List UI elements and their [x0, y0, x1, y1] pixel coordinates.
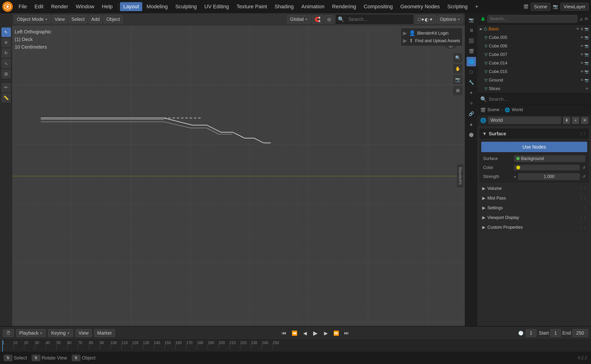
menu-help[interactable]: Help	[98, 2, 116, 11]
workspace-scripting[interactable]: Scripting	[444, 2, 471, 11]
render-icon[interactable]: 📷	[584, 78, 589, 82]
workspace-modeling[interactable]: Modeling	[143, 2, 171, 11]
view-layer-props-btn[interactable]: ⬛	[466, 36, 476, 46]
outliner-item-cube015[interactable]: ▽ Cube.015 👁 📷	[477, 67, 591, 76]
workspace-sculpting[interactable]: Sculpting	[172, 2, 200, 11]
add-menu[interactable]: Add	[89, 15, 102, 23]
render-icon[interactable]: 📷	[584, 61, 589, 65]
volume-menu[interactable]: ⋮⋮	[580, 187, 586, 190]
outliner-item-cube005[interactable]: ▽ Cube.005 👁 📷	[477, 33, 591, 42]
breadcrumb-scene[interactable]: Scene	[487, 107, 499, 112]
modifier-props-btn[interactable]: 🔧	[466, 78, 476, 87]
jump-forward-btn[interactable]: ⏩	[331, 328, 341, 338]
particles-props-btn[interactable]: ✦	[466, 88, 476, 98]
viewport-display-section[interactable]: ▶ Viewport Display ⋮⋮	[479, 213, 589, 222]
customprops-menu[interactable]: ⋮⋮	[580, 225, 586, 229]
current-frame-field[interactable]: 1	[526, 329, 537, 337]
eye-icon[interactable]: 👁	[580, 36, 584, 39]
settings-menu[interactable]: ⋮⋮	[580, 206, 586, 210]
pan-btn[interactable]: ✋	[453, 64, 462, 73]
end-frame-field[interactable]: 250	[572, 329, 588, 337]
mode-selector[interactable]: Object Mode ▼	[14, 15, 51, 23]
outliner-item-ground[interactable]: ▽ Ground 👁 📷	[477, 76, 591, 84]
snap-btn[interactable]: 🧲	[312, 15, 323, 23]
keying-menu[interactable]: Keying ▼	[48, 329, 73, 337]
workspace-geometry[interactable]: Geometry Nodes	[397, 2, 443, 11]
settings-section[interactable]: ▶ Settings ⋮⋮	[479, 203, 589, 212]
surface-prop-value[interactable]: Background	[514, 155, 585, 162]
output-props-btn[interactable]: 🖥	[466, 26, 476, 35]
custom-props-section[interactable]: ▶ Custom Properties ⋮⋮	[479, 223, 589, 232]
proportional-btn[interactable]: ⊙	[325, 15, 334, 23]
world-new-btn[interactable]: +	[572, 117, 579, 124]
world-unlink-btn[interactable]: ✕	[581, 117, 588, 124]
render-icon[interactable]: 📷	[584, 53, 589, 56]
workspace-rendering[interactable]: Rendering	[329, 2, 360, 11]
outliner-search-input[interactable]	[487, 15, 577, 23]
strength-value-field[interactable]: 1.000	[518, 173, 580, 180]
playback-menu[interactable]: Playback ▼	[16, 329, 46, 337]
select-menu[interactable]: Select	[69, 15, 87, 23]
eye-icon[interactable]: 👁	[580, 44, 584, 48]
overlay-icons[interactable]: □ ● ◐ ✦	[415, 15, 436, 23]
eye-icon[interactable]: 👁	[576, 27, 579, 31]
eye-icon[interactable]: 👁	[580, 61, 584, 65]
outliner-item-basic[interactable]: ▶ ⬡ Basic 👁 🖥 📷	[477, 25, 591, 33]
jump-start-btn[interactable]: ⏮	[279, 328, 289, 338]
render-props-btn[interactable]: 📷	[466, 15, 476, 25]
eye-icon[interactable]: 👁	[580, 78, 584, 82]
viewport-search[interactable]: 🔍	[335, 14, 414, 25]
timeline-scrubber[interactable]: 1102030405060708090100110120130140150160…	[0, 340, 591, 352]
color-reset-btn[interactable]: ↺	[582, 165, 585, 170]
mist-menu[interactable]: ⋮⋮	[580, 196, 586, 200]
render-icon[interactable]: 📷	[584, 44, 589, 48]
mist-pass-section[interactable]: ▶ Mist Pass ⋮⋮	[479, 194, 589, 203]
outliner-sync-icon[interactable]: ⟳	[584, 16, 588, 22]
world-name-field[interactable]: World	[488, 117, 561, 124]
timeline-icon-btn[interactable]: ⏱	[3, 329, 14, 337]
workspace-compositing[interactable]: Compositing	[360, 2, 396, 11]
menu-file[interactable]: File	[15, 2, 30, 11]
blenderkit-login-item[interactable]: ▶ 👤 BlenderKit Login	[403, 30, 460, 36]
workspace-shading[interactable]: Shading	[271, 2, 297, 11]
jump-back-btn[interactable]: ⏪	[290, 328, 299, 338]
workspace-uv[interactable]: UV Editing	[201, 2, 232, 11]
measure-tool[interactable]: 📏	[1, 93, 11, 103]
add-workspace-btn[interactable]: +	[472, 2, 482, 11]
strength-reset-btn[interactable]: ↺	[582, 174, 585, 179]
blenderkit-upload-item[interactable]: ▶ ⬆ Find and Upload Assets	[403, 38, 460, 44]
grid-btn[interactable]: ⊞	[453, 86, 462, 95]
select-tool[interactable]: ↖	[1, 27, 11, 37]
properties-search-input[interactable]	[489, 97, 588, 102]
annotate-tool[interactable]: ✏	[1, 83, 11, 92]
world-props-btn active[interactable]: 🌐	[466, 57, 476, 66]
options-btn[interactable]: Options ▼	[437, 15, 463, 23]
color-prop-value[interactable]	[514, 165, 580, 170]
outliner-item-cube007[interactable]: ▽ Cube.007 👁 📷	[477, 50, 591, 59]
menu-edit[interactable]: Edit	[31, 2, 47, 11]
vpdisplay-menu[interactable]: ⋮⋮	[580, 216, 586, 220]
transform-tool[interactable]: ⊞	[1, 69, 11, 79]
step-back-btn[interactable]: ◀	[300, 328, 310, 338]
object-menu[interactable]: Object	[104, 15, 123, 23]
timeline-ruler[interactable]: 1102030405060708090100110120130140150160…	[0, 340, 591, 352]
viewport-icon[interactable]: 🖥	[580, 27, 584, 31]
world-browse-btn[interactable]: ⬇	[563, 117, 570, 124]
eye-icon[interactable]: 👁	[580, 53, 584, 56]
workspace-animation[interactable]: Animation	[298, 2, 328, 11]
outliner-item-cube014[interactable]: ▽ Cube.014 👁 📷	[477, 59, 591, 67]
view-menu[interactable]: View	[52, 15, 67, 23]
outliner-filter-icon[interactable]: ⊿	[579, 16, 583, 22]
eye-icon[interactable]: 👁	[585, 87, 589, 91]
view-menu-tl[interactable]: View	[75, 329, 92, 337]
render-icon[interactable]: 📷	[584, 36, 589, 39]
workspace-texture[interactable]: Texture Paint	[233, 2, 270, 11]
scale-tool[interactable]: ⤡	[1, 59, 11, 68]
surface-section-header[interactable]: ▼ Surface ⋮⋮	[479, 129, 589, 139]
step-forward-btn[interactable]: ▶	[321, 328, 330, 338]
scene-name-field[interactable]: Scene	[531, 3, 551, 11]
jump-end-btn[interactable]: ⏭	[342, 328, 351, 338]
transform-selector[interactable]: Global ▼	[287, 15, 311, 23]
zoom-in-btn[interactable]: 🔍	[453, 53, 462, 63]
outliner-item-cube006[interactable]: ▽ Cube.006 👁 📷	[477, 42, 591, 50]
